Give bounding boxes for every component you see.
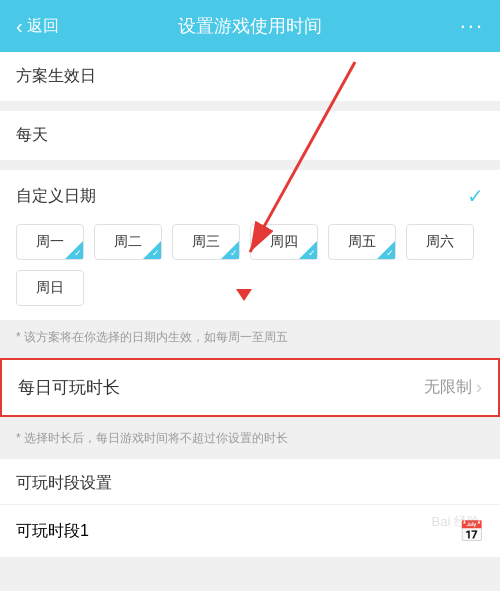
daily-playtime-label: 每日可玩时长: [18, 376, 120, 399]
day-friday[interactable]: 周五 ✓: [328, 224, 396, 260]
playtime-slot-label: 可玩时段1: [16, 521, 89, 542]
check-mark-icon: ✓: [74, 249, 82, 258]
playtime-slot-section: 可玩时段设置 可玩时段1 📅: [0, 459, 500, 557]
effective-date-row: 方案生效日: [0, 52, 500, 101]
check-mark-icon: ✓: [230, 249, 238, 258]
day-tuesday[interactable]: 周二 ✓: [94, 224, 162, 260]
daily-playtime-value: 无限制 ›: [424, 377, 482, 398]
everyday-label: 每天: [16, 125, 48, 146]
check-mark-icon: ✓: [386, 249, 394, 258]
day-thursday[interactable]: 周四 ✓: [250, 224, 318, 260]
back-label: 返回: [27, 16, 59, 37]
nav-bar: ‹ 返回 设置游戏使用时间 ···: [0, 0, 500, 52]
custom-date-check-icon: ✓: [467, 184, 484, 208]
back-arrow-icon: ‹: [16, 16, 23, 36]
custom-date-section: 自定义日期 ✓ 周一 ✓ 周二 ✓ 周三 ✓ 周四 ✓: [0, 170, 500, 320]
note-playtime: * 选择时长后，每日游戏时间将不超过你设置的时长: [0, 421, 500, 459]
playtime-slot-row[interactable]: 可玩时段1 📅: [0, 504, 500, 557]
main-content: 方案生效日 每天 自定义日期 ✓ 周一 ✓ 周二 ✓ 周三: [0, 52, 500, 591]
custom-date-label: 自定义日期: [16, 186, 96, 207]
more-button[interactable]: ···: [460, 13, 484, 39]
playtime-section-title: 可玩时段设置: [0, 459, 500, 504]
everyday-row: 每天: [0, 111, 500, 160]
effective-date-label: 方案生效日: [16, 66, 96, 87]
day-monday[interactable]: 周一 ✓: [16, 224, 84, 260]
daily-playtime-row[interactable]: 每日可玩时长 无限制 ›: [2, 360, 498, 415]
watermark: Bai 经验: [432, 513, 480, 531]
days-grid: 周一 ✓ 周二 ✓ 周三 ✓ 周四 ✓ 周五 ✓: [0, 216, 500, 320]
daily-playtime-section: 每日可玩时长 无限制 ›: [0, 358, 500, 417]
chevron-right-icon: ›: [476, 377, 482, 398]
day-sunday[interactable]: 周日: [16, 270, 84, 306]
effective-date-section: 方案生效日: [0, 52, 500, 101]
check-mark-icon: ✓: [308, 249, 316, 258]
page-title: 设置游戏使用时间: [178, 14, 322, 38]
day-saturday[interactable]: 周六: [406, 224, 474, 260]
everyday-section: 每天: [0, 111, 500, 160]
check-mark-icon: ✓: [152, 249, 160, 258]
day-wednesday[interactable]: 周三 ✓: [172, 224, 240, 260]
note-effective-days: * 该方案将在你选择的日期内生效，如每周一至周五: [0, 320, 500, 354]
custom-date-header: 自定义日期 ✓: [0, 170, 500, 216]
back-button[interactable]: ‹ 返回: [16, 16, 59, 37]
